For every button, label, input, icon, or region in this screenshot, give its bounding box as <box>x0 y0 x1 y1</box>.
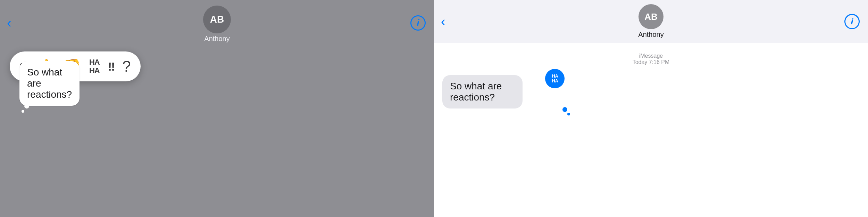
right-panel: ‹ AB Anthony i iMessage Today 7:16 PM So… <box>434 0 868 217</box>
left-panel: ‹ AB Anthony i ♥ 👍 👎 HAHA ‼ ? So what ar… <box>0 0 434 217</box>
right-header-center: AB Anthony <box>638 4 663 39</box>
timestamp-time: Today 7:16 PM <box>633 59 670 65</box>
reaction-question[interactable]: ? <box>122 58 131 75</box>
right-header: ‹ AB Anthony i <box>434 0 868 43</box>
timestamp-label: iMessage <box>639 53 663 59</box>
chat-area: iMessage Today 7:16 PM So what are react… <box>434 43 868 217</box>
left-message-bubble: So what are reactions? <box>19 61 80 106</box>
reaction-haha[interactable]: HAHA <box>89 58 100 75</box>
haha-reaction-badge[interactable]: HAHA <box>545 69 565 88</box>
message-bubble-wrapper: So what are reactions? HAHA <box>442 75 557 108</box>
right-message-text: So what are reactions? <box>450 81 502 103</box>
haha-badge-text: HAHA <box>552 74 558 84</box>
right-avatar[interactable]: AB <box>639 4 663 29</box>
haha-badge-dot <box>562 107 567 112</box>
right-back-button[interactable]: ‹ <box>441 15 445 28</box>
right-contact-name: Anthony <box>638 31 663 39</box>
left-header-center: AB Anthony <box>203 6 231 43</box>
left-contact-name: Anthony <box>204 35 229 43</box>
message-row: So what are reactions? HAHA <box>442 75 860 108</box>
timestamp: iMessage Today 7:16 PM <box>633 53 670 65</box>
bubble-tail-small <box>22 110 24 113</box>
left-header: ‹ AB Anthony i <box>0 0 434 46</box>
bubble-tail <box>24 104 29 108</box>
left-info-button[interactable]: i <box>410 15 426 31</box>
left-avatar[interactable]: AB <box>203 6 231 33</box>
haha-badge-dot-small <box>567 113 570 115</box>
left-message-text: So what are reactions? <box>27 67 72 100</box>
left-back-button[interactable]: ‹ <box>7 16 11 30</box>
right-info-button[interactable]: i <box>844 14 860 29</box>
right-message-bubble: So what are reactions? <box>442 75 523 108</box>
reaction-exclaim[interactable]: ‼ <box>108 60 114 73</box>
